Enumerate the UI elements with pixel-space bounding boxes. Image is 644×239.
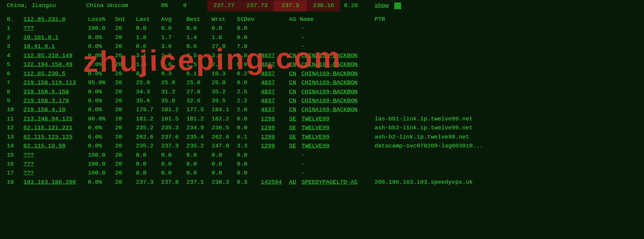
cell-asn[interactable]: 1299 — [261, 123, 289, 132]
cell-cc: AU — [289, 178, 301, 187]
cell-asname[interactable]: TWELVE99 — [301, 123, 375, 132]
cell-cc: SE — [289, 123, 301, 132]
cell-ip[interactable]: 62.115.121.221 — [23, 123, 88, 132]
cell-asn[interactable]: 4837 — [261, 88, 289, 96]
table-row: 9219.158.3.1780.0%2035.635.832.639.52.24… — [0, 96, 644, 105]
cell-ip[interactable]: 213.248.94.125 — [23, 115, 88, 123]
cell-asname: - — [301, 151, 375, 160]
cell-stdev: 2.2 — [237, 96, 261, 105]
table-row: 8219.158.5.1580.0%2034.331.227.835.22.54… — [0, 88, 644, 96]
table-row: 1???100.0200.00.00.00.00.0- — [0, 24, 644, 33]
cell-hop: 9 — [7, 96, 23, 105]
header-ip[interactable]: 112.85.231.0 — [23, 15, 88, 24]
cell-asname[interactable]: SPEEDYPAGELTD-AS — [301, 178, 375, 187]
cell-asname[interactable]: CHINA169-BACKBON — [301, 69, 375, 78]
cell-last: 0.0 — [136, 169, 161, 178]
cell-asname[interactable]: CHINA169-BACKBON — [301, 78, 375, 87]
cell-asn[interactable]: 4837 — [261, 78, 289, 87]
cell-last: 237.3 — [136, 178, 161, 187]
cell-avg: 0.0 — [161, 24, 186, 33]
cell-ip[interactable]: 112.85.218.149 — [23, 51, 88, 60]
cell-ip[interactable]: ??? — [23, 169, 88, 178]
summary-hops: 9 — [175, 1, 195, 10]
cell-hop: 3 — [7, 42, 23, 51]
cell-ip[interactable]: 10.101.0.1 — [23, 33, 88, 42]
cell-ip[interactable]: 103.163.186.206 — [23, 178, 88, 187]
cell-best: 234.9 — [186, 123, 212, 132]
cell-snt: 20 — [115, 133, 136, 142]
cell-best: 8.1 — [186, 69, 212, 78]
cell-best: 2.5 — [186, 51, 212, 60]
cell-ip[interactable]: ??? — [23, 151, 88, 160]
cell-ip[interactable]: 122.194.150.49 — [23, 60, 88, 69]
cell-hop: 11 — [7, 115, 23, 123]
cell-asname[interactable]: CHINA169-BACKBON — [301, 105, 375, 114]
cell-asname: - — [301, 169, 375, 178]
header-loss: Loss% — [88, 15, 115, 24]
cell-asname[interactable]: CHINA169-BACKBON — [301, 88, 375, 96]
cell-asn[interactable]: 1299 — [261, 115, 289, 123]
cell-asn[interactable]: 4837 — [261, 51, 289, 60]
cell-last: 25.0 — [136, 78, 161, 87]
cell-ptr — [375, 69, 637, 78]
cell-snt: 20 — [115, 33, 136, 42]
cell-asname[interactable]: TWELVE99 — [301, 142, 375, 151]
cell-best: 0.0 — [186, 151, 212, 160]
cell-asn[interactable]: 4837 — [261, 105, 289, 114]
table-row: 6112.85.230.50.0%208.49.38.110.30.24837C… — [0, 69, 644, 78]
cell-hop: 13 — [7, 133, 23, 142]
cell-asname[interactable]: CHINA169-BACKBON — [301, 51, 375, 60]
cell-last: 181.2 — [136, 115, 161, 123]
cell-last: 262.6 — [136, 133, 161, 142]
cell-asname[interactable]: CHINA169-BACKBON — [301, 96, 375, 105]
cell-best: 25.0 — [186, 78, 212, 87]
summary-m3: 237.3 — [274, 0, 307, 11]
cell-last: 0.6 — [136, 42, 161, 51]
cell-avg: 3.6 — [161, 42, 186, 51]
traceroute-table: 0. 112.85.231.0 Loss% Snt Last Avg Best … — [0, 15, 644, 187]
cell-avg: 237.3 — [161, 142, 186, 151]
cell-ip[interactable]: 219.158.4.10 — [23, 105, 88, 114]
cell-stdev: 0.2 — [237, 69, 261, 78]
cell-avg: 35.8 — [161, 96, 186, 105]
cell-cc: SE — [289, 133, 301, 142]
cell-cc: SE — [289, 142, 301, 151]
cell-ptr — [375, 51, 637, 60]
show-button[interactable]: show — [375, 1, 389, 10]
cell-best: 1.5 — [186, 60, 212, 69]
cell-asn[interactable]: 4837 — [261, 69, 289, 78]
cell-best: 237.1 — [186, 178, 212, 187]
cell-ip[interactable]: ??? — [23, 24, 88, 33]
cell-loss: 100.0 — [88, 169, 115, 178]
cell-asname[interactable]: TWELVE99 — [301, 115, 375, 123]
cell-ip[interactable]: 219.158.119.113 — [23, 78, 88, 87]
cell-asn[interactable]: 4837 — [261, 60, 289, 69]
cell-ptr — [375, 24, 637, 33]
cell-loss: 0.0% — [88, 60, 115, 69]
cell-asn[interactable]: 4837 — [261, 96, 289, 105]
cell-last: 0.0 — [136, 24, 161, 33]
cell-stdev: 0.0 — [237, 169, 261, 178]
cell-ip[interactable]: ??? — [23, 160, 88, 169]
cell-ip[interactable]: 219.158.3.178 — [23, 96, 88, 105]
cell-ip[interactable]: 10.41.0.1 — [23, 42, 88, 51]
header-ptr: PTR — [375, 15, 637, 24]
cell-ptr — [375, 88, 637, 96]
cell-asn[interactable]: 142594 — [261, 178, 289, 187]
cell-ip[interactable]: 112.85.230.5 — [23, 69, 88, 78]
cell-wrst: 2.3 — [212, 60, 237, 69]
cell-last: 8.4 — [136, 69, 161, 78]
cell-ip[interactable]: 62.115.123.125 — [23, 133, 88, 142]
cell-ip[interactable]: 62.115.10.98 — [23, 142, 88, 151]
cell-asn[interactable]: 1299 — [261, 142, 289, 151]
cell-asname[interactable]: CHINA169-BACKBON — [301, 60, 375, 69]
cell-avg: 235.3 — [161, 123, 186, 132]
cell-best: 235.4 — [186, 133, 212, 142]
cell-best: 181.2 — [186, 115, 212, 123]
cell-asname[interactable]: TWELVE99 — [301, 133, 375, 142]
summary-m4: 238.16 — [307, 0, 340, 11]
cell-ip[interactable]: 219.158.5.158 — [23, 88, 88, 96]
cell-best: 27.8 — [186, 88, 212, 96]
cell-wrst: 3.8 — [212, 51, 237, 60]
cell-asn[interactable]: 1299 — [261, 133, 289, 142]
